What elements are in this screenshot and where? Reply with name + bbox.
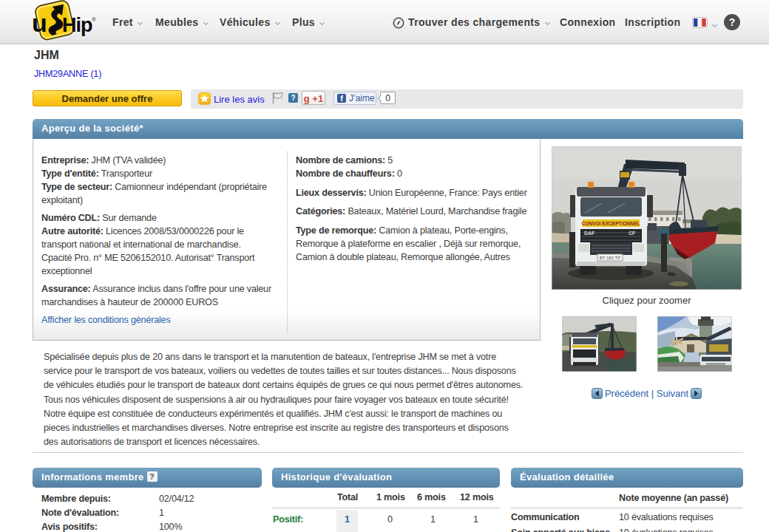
svg-text:Hip: Hip — [62, 14, 92, 36]
svg-text:u: u — [32, 9, 46, 37]
svg-text:CF: CF — [629, 231, 636, 236]
svg-text:CONVOI EXCEPTIONNEL: CONVOI EXCEPTIONNEL — [581, 221, 640, 226]
svg-text:BT 182 TP: BT 182 TP — [600, 256, 620, 260]
svg-text:DAF: DAF — [584, 231, 595, 236]
svg-text:®: ® — [92, 16, 96, 23]
